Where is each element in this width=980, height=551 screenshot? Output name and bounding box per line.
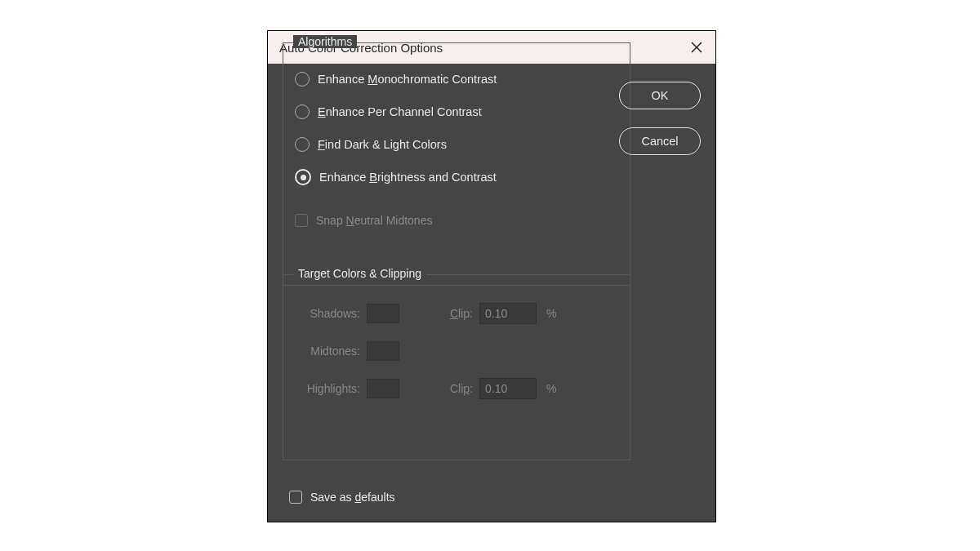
ok-button[interactable]: OK [619,82,701,109]
cancel-button[interactable]: Cancel [619,127,701,155]
checkbox-label: Save as defaults [310,491,395,504]
radio-icon [295,137,310,152]
radio-find-dark-light[interactable]: Find Dark & Light Colors [295,128,618,161]
unit-percent: % [546,307,561,320]
checkbox-icon [289,491,302,504]
algorithms-legend: Algorithms [293,35,357,48]
targets-legend: Target Colors & Clipping [293,267,426,280]
row-shadows: Shadows: Clip: 0.10 % [295,295,618,332]
checkbox-snap-neutral-midtones: Snap Neutral Midtones [295,205,618,236]
swatch-midtones [367,341,399,361]
unit-percent: % [546,382,561,395]
close-icon [691,42,702,53]
radio-icon [295,169,311,185]
radio-icon [295,72,310,87]
label-clip-shadows: Clip: [443,307,473,320]
label-midtones: Midtones: [295,344,360,358]
label-clip-highlights: Clip: [443,382,473,395]
row-highlights: Highlights: Clip: 0.10 % [295,370,618,407]
checkbox-label: Snap Neutral Midtones [316,214,432,227]
checkbox-icon [295,214,308,227]
swatch-highlights [367,379,399,398]
input-clip-highlights: 0.10 [479,378,537,399]
input-clip-shadows: 0.10 [479,303,537,324]
dialog-buttons: OK Cancel [619,82,701,155]
row-midtones: Midtones: [295,332,618,370]
radio-label: Enhance Brightness and Contrast [319,171,497,184]
radio-enhance-per-channel[interactable]: Enhance Per Channel Contrast [295,96,618,128]
radio-label: Enhance Monochromatic Contrast [318,73,497,86]
checkbox-save-as-defaults[interactable]: Save as defaults [289,491,395,504]
algorithms-group: Algorithms Enhance Monochromatic Contras… [283,42,630,286]
close-button[interactable] [684,35,709,60]
swatch-shadows [367,304,399,323]
radio-label: Find Dark & Light Colors [318,138,447,151]
radio-enhance-brightness-contrast[interactable]: Enhance Brightness and Contrast [295,161,618,193]
target-colors-group: Target Colors & Clipping Shadows: Clip: … [283,274,630,460]
label-shadows: Shadows: [295,307,360,320]
auto-color-correction-dialog: Auto Color Correction Options Algorithms… [268,31,715,522]
radio-icon [295,104,310,119]
radio-enhance-monochromatic[interactable]: Enhance Monochromatic Contrast [295,63,618,96]
label-highlights: Highlights: [295,382,360,395]
radio-label: Enhance Per Channel Contrast [318,105,482,118]
